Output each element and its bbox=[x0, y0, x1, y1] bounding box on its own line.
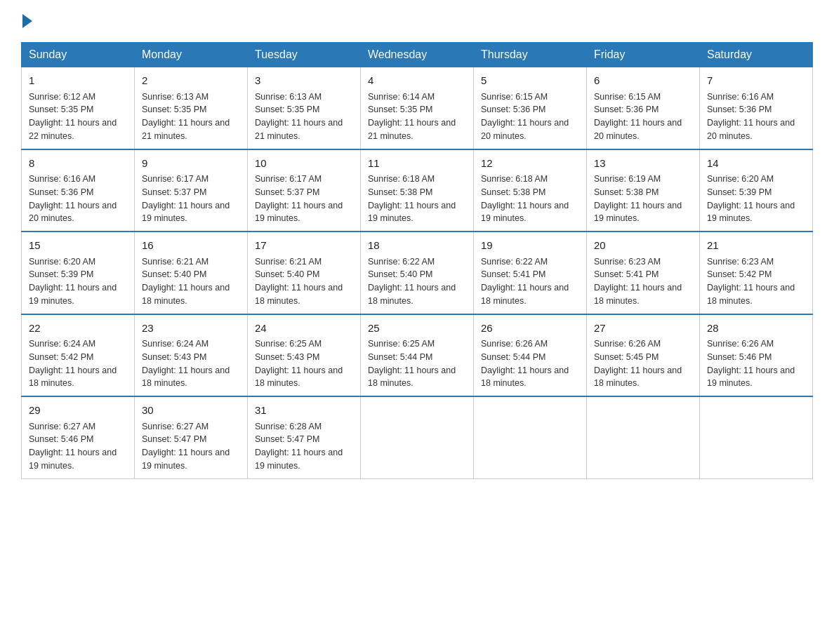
calendar-cell: 5Sunrise: 6:15 AMSunset: 5:36 PMDaylight… bbox=[474, 67, 587, 149]
sunset-text: Sunset: 5:37 PM bbox=[142, 187, 206, 197]
calendar-cell: 20Sunrise: 6:23 AMSunset: 5:41 PMDayligh… bbox=[587, 232, 700, 314]
daylight-text: Daylight: 11 hours and 20 minutes. bbox=[481, 118, 569, 141]
daylight-text: Daylight: 11 hours and 19 minutes. bbox=[29, 283, 117, 306]
calendar-cell: 10Sunrise: 6:17 AMSunset: 5:37 PMDayligh… bbox=[248, 149, 361, 232]
sunset-text: Sunset: 5:40 PM bbox=[368, 269, 432, 279]
daylight-text: Daylight: 11 hours and 19 minutes. bbox=[707, 201, 795, 224]
day-number: 3 bbox=[255, 73, 353, 89]
sunset-text: Sunset: 5:47 PM bbox=[255, 434, 319, 444]
logo bbox=[21, 14, 34, 28]
sunset-text: Sunset: 5:43 PM bbox=[255, 352, 319, 362]
calendar-cell: 18Sunrise: 6:22 AMSunset: 5:40 PMDayligh… bbox=[361, 232, 474, 314]
sunset-text: Sunset: 5:42 PM bbox=[29, 352, 93, 362]
sunset-text: Sunset: 5:44 PM bbox=[368, 352, 432, 362]
sunset-text: Sunset: 5:41 PM bbox=[481, 269, 545, 279]
day-number: 29 bbox=[29, 403, 127, 419]
daylight-text: Daylight: 11 hours and 21 minutes. bbox=[142, 118, 230, 141]
sunset-text: Sunset: 5:36 PM bbox=[481, 105, 545, 114]
daylight-text: Daylight: 11 hours and 18 minutes. bbox=[707, 283, 795, 306]
sunset-text: Sunset: 5:35 PM bbox=[142, 105, 206, 114]
sunrise-text: Sunrise: 6:24 AM bbox=[29, 339, 95, 349]
sunrise-text: Sunrise: 6:26 AM bbox=[707, 339, 774, 349]
calendar-cell: 24Sunrise: 6:25 AMSunset: 5:43 PMDayligh… bbox=[248, 314, 361, 397]
sunrise-text: Sunrise: 6:17 AM bbox=[255, 174, 322, 184]
day-number: 7 bbox=[707, 73, 805, 89]
sunset-text: Sunset: 5:44 PM bbox=[481, 352, 545, 362]
day-number: 25 bbox=[368, 321, 466, 337]
daylight-text: Daylight: 11 hours and 19 minutes. bbox=[142, 448, 230, 471]
logo-arrow-icon bbox=[22, 14, 32, 28]
calendar-cell: 27Sunrise: 6:26 AMSunset: 5:45 PMDayligh… bbox=[587, 314, 700, 397]
daylight-text: Daylight: 11 hours and 19 minutes. bbox=[368, 201, 456, 224]
sunset-text: Sunset: 5:41 PM bbox=[594, 269, 658, 279]
calendar-cell: 6Sunrise: 6:15 AMSunset: 5:36 PMDaylight… bbox=[587, 67, 700, 149]
daylight-text: Daylight: 11 hours and 19 minutes. bbox=[255, 201, 343, 224]
daylight-text: Daylight: 11 hours and 20 minutes. bbox=[594, 118, 682, 141]
daylight-text: Daylight: 11 hours and 19 minutes. bbox=[142, 201, 230, 224]
calendar-cell: 23Sunrise: 6:24 AMSunset: 5:43 PMDayligh… bbox=[135, 314, 248, 397]
day-number: 28 bbox=[707, 321, 805, 337]
calendar-table: SundayMondayTuesdayWednesdayThursdayFrid… bbox=[21, 42, 813, 479]
sunrise-text: Sunrise: 6:24 AM bbox=[142, 339, 208, 349]
daylight-text: Daylight: 11 hours and 19 minutes. bbox=[29, 448, 117, 471]
daylight-text: Daylight: 11 hours and 21 minutes. bbox=[255, 118, 343, 141]
calendar-cell: 30Sunrise: 6:27 AMSunset: 5:47 PMDayligh… bbox=[135, 396, 248, 478]
daylight-text: Daylight: 11 hours and 18 minutes. bbox=[594, 283, 682, 306]
day-number: 5 bbox=[481, 73, 579, 89]
day-number: 1 bbox=[29, 73, 127, 89]
sunrise-text: Sunrise: 6:18 AM bbox=[481, 174, 548, 184]
sunrise-text: Sunrise: 6:19 AM bbox=[594, 174, 661, 184]
daylight-text: Daylight: 11 hours and 19 minutes. bbox=[481, 201, 569, 224]
calendar-cell: 8Sunrise: 6:16 AMSunset: 5:36 PMDaylight… bbox=[22, 149, 135, 232]
calendar-cell: 26Sunrise: 6:26 AMSunset: 5:44 PMDayligh… bbox=[474, 314, 587, 397]
sunrise-text: Sunrise: 6:18 AM bbox=[368, 174, 435, 184]
day-number: 26 bbox=[481, 321, 579, 337]
calendar-cell: 1Sunrise: 6:12 AMSunset: 5:35 PMDaylight… bbox=[22, 67, 135, 149]
sunset-text: Sunset: 5:46 PM bbox=[29, 434, 93, 444]
calendar-header-row: SundayMondayTuesdayWednesdayThursdayFrid… bbox=[22, 43, 813, 67]
day-number: 8 bbox=[29, 156, 127, 172]
calendar-week-5: 29Sunrise: 6:27 AMSunset: 5:46 PMDayligh… bbox=[22, 396, 813, 478]
calendar-cell: 9Sunrise: 6:17 AMSunset: 5:37 PMDaylight… bbox=[135, 149, 248, 232]
daylight-text: Daylight: 11 hours and 19 minutes. bbox=[255, 448, 343, 471]
sunset-text: Sunset: 5:39 PM bbox=[29, 269, 93, 279]
sunset-text: Sunset: 5:36 PM bbox=[29, 187, 93, 197]
day-number: 21 bbox=[707, 238, 805, 254]
sunset-text: Sunset: 5:38 PM bbox=[368, 187, 432, 197]
sunrise-text: Sunrise: 6:23 AM bbox=[594, 257, 661, 267]
column-header-tuesday: Tuesday bbox=[248, 43, 361, 67]
calendar-cell bbox=[587, 396, 700, 478]
sunset-text: Sunset: 5:47 PM bbox=[142, 434, 206, 444]
day-number: 20 bbox=[594, 238, 692, 254]
daylight-text: Daylight: 11 hours and 18 minutes. bbox=[29, 365, 117, 389]
sunrise-text: Sunrise: 6:20 AM bbox=[29, 257, 95, 267]
sunset-text: Sunset: 5:38 PM bbox=[594, 187, 658, 197]
daylight-text: Daylight: 11 hours and 18 minutes. bbox=[255, 365, 343, 389]
calendar-cell: 12Sunrise: 6:18 AMSunset: 5:38 PMDayligh… bbox=[474, 149, 587, 232]
daylight-text: Daylight: 11 hours and 18 minutes. bbox=[481, 365, 569, 389]
daylight-text: Daylight: 11 hours and 22 minutes. bbox=[29, 118, 117, 141]
calendar-cell: 15Sunrise: 6:20 AMSunset: 5:39 PMDayligh… bbox=[22, 232, 135, 314]
sunrise-text: Sunrise: 6:22 AM bbox=[368, 257, 435, 267]
calendar-week-1: 1Sunrise: 6:12 AMSunset: 5:35 PMDaylight… bbox=[22, 67, 813, 149]
daylight-text: Daylight: 11 hours and 20 minutes. bbox=[707, 118, 795, 141]
calendar-cell: 19Sunrise: 6:22 AMSunset: 5:41 PMDayligh… bbox=[474, 232, 587, 314]
daylight-text: Daylight: 11 hours and 20 minutes. bbox=[29, 201, 117, 224]
day-number: 10 bbox=[255, 156, 353, 172]
sunrise-text: Sunrise: 6:14 AM bbox=[368, 92, 435, 102]
sunrise-text: Sunrise: 6:21 AM bbox=[255, 257, 322, 267]
day-number: 4 bbox=[368, 73, 466, 89]
daylight-text: Daylight: 11 hours and 21 minutes. bbox=[368, 118, 456, 141]
sunset-text: Sunset: 5:45 PM bbox=[594, 352, 658, 362]
day-number: 27 bbox=[594, 321, 692, 337]
calendar-cell: 11Sunrise: 6:18 AMSunset: 5:38 PMDayligh… bbox=[361, 149, 474, 232]
sunset-text: Sunset: 5:40 PM bbox=[255, 269, 319, 279]
column-header-friday: Friday bbox=[587, 43, 700, 67]
daylight-text: Daylight: 11 hours and 18 minutes. bbox=[255, 283, 343, 306]
sunset-text: Sunset: 5:35 PM bbox=[368, 105, 432, 114]
sunrise-text: Sunrise: 6:20 AM bbox=[707, 174, 774, 184]
day-number: 14 bbox=[707, 156, 805, 172]
sunset-text: Sunset: 5:46 PM bbox=[707, 352, 772, 362]
day-number: 18 bbox=[368, 238, 466, 254]
daylight-text: Daylight: 11 hours and 18 minutes. bbox=[142, 283, 230, 306]
